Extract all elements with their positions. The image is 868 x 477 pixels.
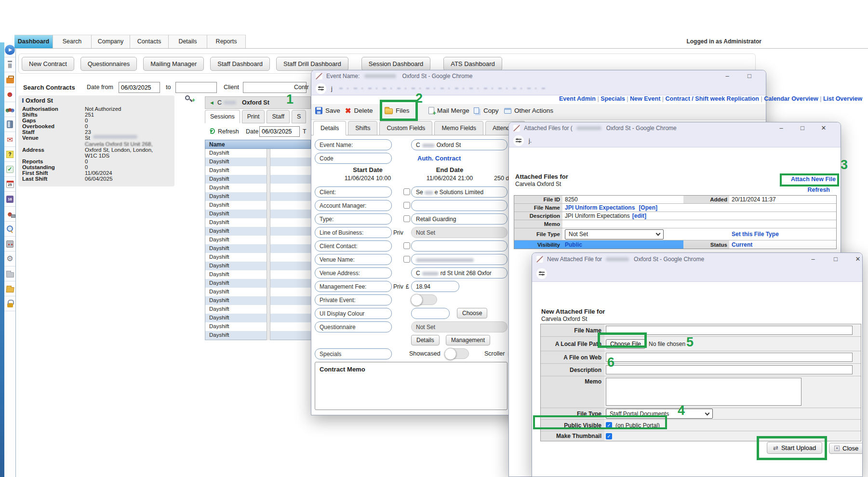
- minimize-button[interactable]: –: [774, 122, 788, 134]
- sessions-tab-sessions[interactable]: Sessions: [205, 110, 240, 123]
- account-manager-checkbox[interactable]: [403, 202, 410, 209]
- event-window-urlbar[interactable]: j: [311, 82, 766, 95]
- type-checkbox[interactable]: [403, 215, 410, 222]
- session-row[interactable]: Dayshift: [205, 262, 311, 270]
- attached-files-urlbar[interactable]: j.: [509, 134, 841, 147]
- tab-company[interactable]: Company: [92, 35, 130, 48]
- line-of-business-label[interactable]: Line of Business:: [315, 227, 392, 238]
- questionnaire-label[interactable]: Questionnaire: [315, 321, 392, 332]
- link-event-admin[interactable]: Event Admin: [559, 95, 596, 102]
- profile-icon[interactable]: [513, 135, 524, 146]
- search-plus-icon[interactable]: +: [185, 95, 194, 104]
- person-icon[interactable]: [4, 87, 15, 102]
- showcased-toggle[interactable]: [445, 348, 469, 359]
- other-actions-button[interactable]: Other Actions: [504, 107, 553, 114]
- session-row[interactable]: Dayshift: [205, 184, 311, 192]
- copy-button[interactable]: Copy: [474, 107, 499, 114]
- mail-merge-button[interactable]: Mail Merge: [428, 107, 469, 114]
- client-contact-value[interactable]: [411, 240, 507, 252]
- new-file-titlebar[interactable]: New Attached File for Oxford St - Google…: [532, 253, 862, 265]
- profile-icon[interactable]: [536, 268, 547, 279]
- session-row[interactable]: Dayshift: [205, 279, 311, 288]
- play-icon[interactable]: [4, 42, 15, 57]
- session-row[interactable]: Dayshift: [205, 218, 311, 227]
- session-row[interactable]: Dayshift: [205, 166, 311, 175]
- session-row[interactable]: Dayshift: [205, 244, 311, 253]
- open-link[interactable]: [Open]: [639, 204, 657, 211]
- date-from-input[interactable]: [119, 82, 160, 93]
- briefcase-icon[interactable]: [4, 72, 15, 87]
- date-to-input[interactable]: [175, 82, 217, 93]
- link-calendar-overview[interactable]: Calendar Overview: [764, 95, 818, 102]
- questionnaires-button[interactable]: Questionnaires: [80, 57, 137, 71]
- link-contract-shift-week-replication[interactable]: Contract / Shift week Replication: [666, 95, 759, 102]
- type-label[interactable]: Type:: [315, 213, 392, 225]
- lock-icon[interactable]: [4, 296, 15, 311]
- venue-name-label[interactable]: Venue Name:: [315, 254, 392, 265]
- memo-textarea[interactable]: [606, 378, 801, 406]
- client-contact-label[interactable]: Client Contact:: [315, 240, 392, 252]
- attached-files-titlebar[interactable]: Attached Files for ( Oxford St - Google …: [509, 122, 841, 134]
- staff-drill-dashboard-button[interactable]: Staff Drill Dashboard: [276, 57, 348, 71]
- back-icon[interactable]: [209, 100, 214, 106]
- tab-search[interactable]: Search: [53, 35, 92, 48]
- edit-link[interactable]: [edit]: [632, 212, 646, 219]
- check-icon[interactable]: [4, 162, 15, 177]
- sessions-scrollbar[interactable]: [267, 149, 270, 340]
- tab-dashboard[interactable]: Dashboard: [14, 35, 53, 48]
- new-file-urlbar[interactable]: [532, 265, 862, 282]
- maximize-button[interactable]: □: [742, 70, 757, 82]
- refresh-link[interactable]: Refresh: [807, 186, 830, 193]
- session-row[interactable]: Dayshift: [205, 175, 311, 184]
- session-row[interactable]: Dayshift: [205, 158, 311, 166]
- event-tab-custom-fields[interactable]: Custom Fields: [379, 121, 432, 135]
- venue-name-checkbox[interactable]: [403, 256, 410, 263]
- event-tab-details[interactable]: Details: [313, 121, 346, 135]
- link-new-event[interactable]: New Event: [630, 95, 660, 102]
- session-row[interactable]: Dayshift: [205, 210, 311, 218]
- sessions-tab-staff[interactable]: Staff: [267, 110, 289, 123]
- details-button[interactable]: Details: [411, 335, 440, 345]
- tab-contacts[interactable]: Contacts: [130, 35, 169, 48]
- link-list-overview[interactable]: List Overview: [823, 95, 862, 102]
- event-name-value[interactable]: COxford St: [411, 139, 507, 150]
- file-type-select[interactable]: Not Set: [565, 229, 664, 239]
- session-dashboard-button[interactable]: Session Dashboard: [361, 57, 430, 71]
- bank-icon[interactable]: [4, 57, 15, 72]
- line-of-business-value[interactable]: Not Set: [411, 227, 507, 238]
- management-button[interactable]: Management: [446, 335, 490, 345]
- sessions-tab-s[interactable]: S: [292, 110, 306, 123]
- tab-reports[interactable]: Reports: [207, 35, 246, 48]
- venue-address-value[interactable]: Crd St Unit 268 Oxfor: [411, 267, 507, 278]
- session-row[interactable]: Dayshift: [205, 270, 311, 279]
- refresh-button[interactable]: Refresh: [218, 128, 239, 135]
- person-camera-icon[interactable]: [4, 207, 15, 222]
- account-manager-label[interactable]: Account Manager:: [315, 200, 392, 211]
- mailing-manager-button[interactable]: Mailing Manager: [143, 57, 204, 71]
- minimize-button[interactable]: –: [720, 70, 734, 82]
- phone-icon[interactable]: [4, 117, 15, 132]
- client-checkbox[interactable]: [403, 188, 410, 195]
- new-contract-button[interactable]: New Contract: [22, 57, 74, 71]
- private-event-toggle[interactable]: [411, 294, 437, 305]
- link-specials[interactable]: Specials: [601, 95, 625, 102]
- profile-icon[interactable]: [316, 83, 326, 94]
- management-fee-value[interactable]: 18.94: [411, 281, 459, 292]
- management-fee-label[interactable]: Management Fee:: [315, 281, 392, 292]
- people-icon[interactable]: [4, 102, 15, 117]
- venue-name-value[interactable]: [411, 254, 507, 265]
- session-row[interactable]: Dayshift: [205, 305, 311, 314]
- close-dialog-button[interactable]: Close: [829, 443, 863, 454]
- name-column-header[interactable]: Name: [205, 140, 311, 149]
- folder-open-icon[interactable]: [4, 281, 15, 296]
- specials-label[interactable]: Specials: [315, 348, 392, 359]
- safe-icon[interactable]: [4, 237, 15, 252]
- session-row[interactable]: Dayshift: [205, 296, 311, 305]
- auth-contract-link[interactable]: Auth. Contract: [417, 155, 461, 162]
- folder-icon[interactable]: [4, 266, 15, 281]
- event-tab-shifts[interactable]: Shifts: [348, 121, 377, 135]
- maximize-button[interactable]: □: [795, 122, 810, 134]
- file-name-link[interactable]: JPI Uniform Expectations: [565, 204, 635, 211]
- session-row[interactable]: Dayshift: [205, 201, 311, 210]
- session-row[interactable]: Dayshift: [205, 149, 311, 158]
